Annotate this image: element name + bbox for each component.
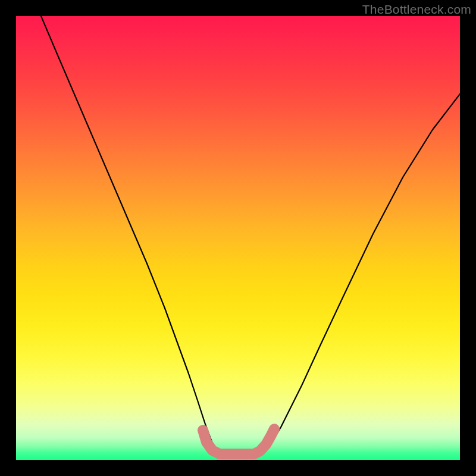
chart-svg (16, 16, 460, 460)
apex-marker (203, 429, 274, 454)
outer-frame: TheBottleneck.com (0, 0, 476, 476)
bottleneck-curve (41, 16, 460, 459)
apex-marker-path (203, 429, 274, 454)
watermark-label: TheBottleneck.com (362, 2, 471, 17)
plot-area (16, 16, 460, 460)
curve-path (41, 16, 460, 459)
